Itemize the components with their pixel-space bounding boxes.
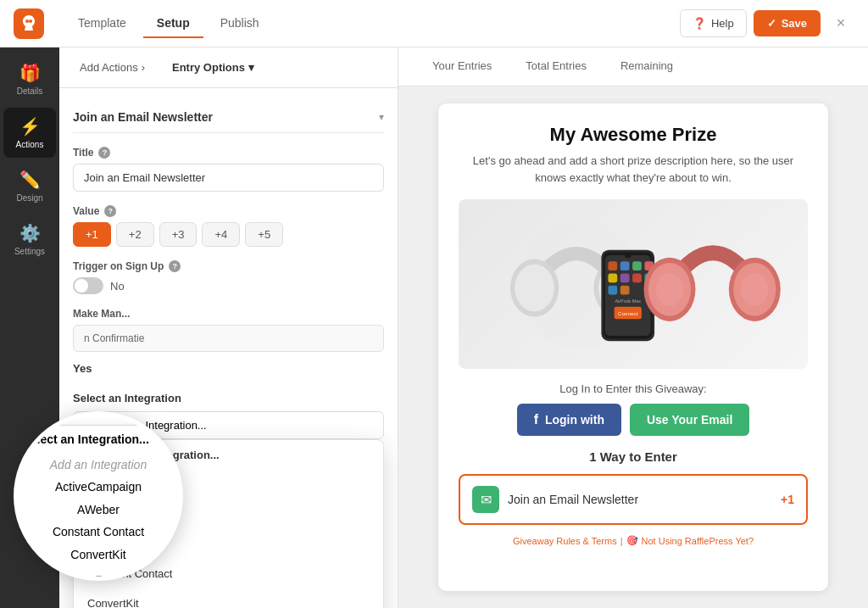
logo-icon <box>19 14 39 34</box>
nav-tabs: Template Setup Publish <box>64 9 673 38</box>
headphones-svg: AirPods Max Connect <box>459 199 808 369</box>
entry-options-label: Entry Options <box>172 61 245 74</box>
magnifier-item-add: Add an Integration <box>59 453 183 476</box>
giveaway-description: Let's go ahead and add a short prize des… <box>459 153 808 186</box>
sidebar-item-actions[interactable]: ⚡ Actions <box>3 108 56 158</box>
trigger-value: No <box>110 280 125 293</box>
svg-rect-10 <box>620 261 630 271</box>
tab-remaining[interactable]: Remaining <box>604 47 690 86</box>
add-actions-label: Add Actions <box>80 61 138 74</box>
value-help-icon[interactable]: ? <box>104 205 116 217</box>
trigger-label: Trigger on Sign Up ? <box>73 260 384 272</box>
value-btn-4[interactable]: +4 <box>202 222 240 247</box>
magnifier-overlay: Select an Integration ✓Select an Integra… <box>59 411 183 581</box>
preview-tabs: Your Entries Total Entries Remaining <box>398 47 868 86</box>
make-mandatory-section: Make Man... n Confirmatie Yes <box>73 308 384 378</box>
magnifier-content: Select an Integration ✓Select an Integra… <box>59 411 183 581</box>
svg-rect-18 <box>620 286 630 295</box>
tab-total-entries[interactable]: Total Entries <box>509 47 604 86</box>
not-using-link[interactable]: Not Using RafflePress Yet? <box>642 536 754 546</box>
entry-item-points: +1 <box>781 493 794 506</box>
svg-rect-13 <box>608 273 617 282</box>
save-button[interactable]: ✓ Save <box>754 10 821 36</box>
topbar: Template Setup Publish ❓ Help ✓ Save × <box>0 0 868 47</box>
entry-item-name: Join an Email Newsletter <box>508 493 772 506</box>
section-chevron: ▾ <box>379 111 384 123</box>
section-title: Join an Email Newsletter <box>73 110 213 124</box>
close-icon: × <box>837 14 846 32</box>
app-logo <box>14 8 44 39</box>
login-section: Log In to Enter this Giveaway: f Login w… <box>459 382 808 436</box>
design-icon: ✏️ <box>19 170 41 190</box>
svg-point-2 <box>515 265 554 312</box>
giveaway-footer: Giveaway Rules & Terms | 🎯 Not Using Raf… <box>459 525 808 546</box>
tab-template[interactable]: Template <box>64 9 140 38</box>
question-icon: ❓ <box>693 17 706 30</box>
svg-text:AirPods Max: AirPods Max <box>615 298 642 304</box>
add-actions-button[interactable]: Add Actions › <box>73 58 152 77</box>
sidebar-label-actions: Actions <box>16 140 44 149</box>
title-label: Title ? <box>73 147 384 159</box>
gear-icon: ⚙️ <box>19 223 41 243</box>
magnifier-item-ck: ConvertKit <box>59 543 183 566</box>
tab-setup[interactable]: Setup <box>143 9 203 38</box>
footer-separator: | <box>620 536 623 546</box>
sidebar-label-settings: Settings <box>14 247 45 256</box>
trigger-toggle[interactable] <box>73 277 103 294</box>
toggle-knob <box>75 279 88 293</box>
svg-point-8 <box>625 252 631 258</box>
giveaway-rules-link[interactable]: Giveaway Rules & Terms <box>513 536 617 546</box>
value-btn-5[interactable]: +5 <box>245 222 283 247</box>
panel: Add Actions › Entry Options ▾ Join an Em… <box>59 47 398 608</box>
integration-label: Select an Integration <box>73 392 384 404</box>
title-input[interactable] <box>73 164 384 192</box>
use-email-label: Use Your Email <box>647 413 732 427</box>
giveaway-image: AirPods Max Connect <box>459 199 808 369</box>
email-login-button[interactable]: Use Your Email <box>630 404 749 436</box>
panel-header: Add Actions › Entry Options ▾ <box>59 47 398 88</box>
preview-content: My Awesome Prize Let's go ahead and add … <box>398 86 868 608</box>
yes-button[interactable]: Yes <box>73 359 92 378</box>
magnifier-dropdown: ✓Select an Integration... Add an Integra… <box>59 424 183 581</box>
login-with-label: Login with <box>545 413 604 427</box>
magnifier-item-aw: AWeber <box>59 498 183 521</box>
value-btn-2[interactable]: +2 <box>116 222 154 247</box>
svg-rect-14 <box>620 273 630 282</box>
svg-point-27 <box>741 273 768 306</box>
value-btn-1[interactable]: +1 <box>73 222 111 247</box>
main-layout: 🎁 Details ⚡ Actions ✏️ Design ⚙️ Setting… <box>0 47 868 608</box>
help-button[interactable]: ❓ Help <box>680 9 747 37</box>
facebook-login-button[interactable]: f Login with <box>517 404 621 436</box>
svg-rect-17 <box>608 286 617 295</box>
dropdown-item-convertkit[interactable]: ConvertKit <box>74 588 383 608</box>
chevron-right-icon: › <box>142 61 145 74</box>
sidebar-item-settings[interactable]: ⚙️ Settings <box>3 215 56 265</box>
sidebar-item-design[interactable]: ✏️ Design <box>3 161 56 211</box>
value-btn-3[interactable]: +3 <box>159 222 198 247</box>
title-field-group: Title ? <box>73 147 384 192</box>
entry-item[interactable]: ✉ Join an Email Newsletter +1 <box>459 474 808 525</box>
title-help-icon[interactable]: ? <box>98 147 110 159</box>
magnifier-item-ac: ActiveCampaign <box>59 476 183 499</box>
giveaway-title: My Awesome Prize <box>459 124 808 146</box>
svg-rect-11 <box>632 261 642 271</box>
tab-your-entries[interactable]: Your Entries <box>415 47 509 86</box>
facebook-icon: f <box>534 412 538 427</box>
svg-point-24 <box>656 273 683 306</box>
entry-icon: ✉ <box>472 486 499 513</box>
value-buttons: +1 +2 +3 +4 +5 <box>73 222 384 247</box>
sidebar-item-details[interactable]: 🎁 Details <box>3 54 56 104</box>
section-header[interactable]: Join an Email Newsletter ▾ <box>73 102 384 133</box>
actions-icon: ⚡ <box>19 116 41 137</box>
close-button[interactable]: × <box>827 10 854 37</box>
magnifier-item-cc: Constant Contact <box>59 521 183 544</box>
entry-options-button[interactable]: Entry Options ▾ <box>165 58 261 77</box>
save-label: Save <box>782 17 807 30</box>
tab-publish[interactable]: Publish <box>207 9 273 38</box>
trigger-help-icon[interactable]: ? <box>169 260 181 272</box>
preview-pane: Your Entries Total Entries Remaining My … <box>398 47 868 608</box>
svg-rect-15 <box>632 273 642 282</box>
ways-to-enter-heading: 1 Way to Enter <box>459 449 808 464</box>
svg-text:Connect: Connect <box>618 310 638 316</box>
sidebar-label-details: Details <box>17 86 43 96</box>
